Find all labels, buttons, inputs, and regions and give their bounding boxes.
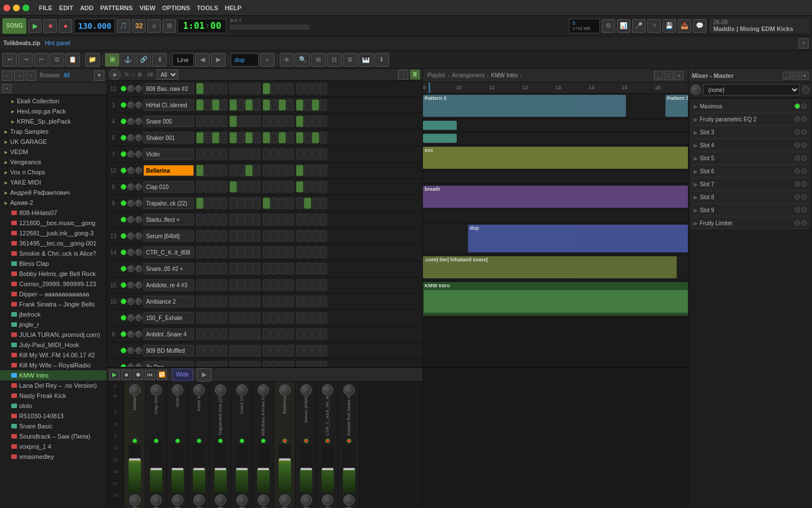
step-btn[interactable]: [304, 345, 311, 356]
step-btn[interactable]: [220, 230, 227, 242]
step-btn[interactable]: [212, 214, 219, 225]
playlist-timeline[interactable]: 910111213141516: [423, 82, 688, 94]
step-btn[interactable]: [253, 296, 261, 307]
step-btn[interactable]: [245, 214, 253, 225]
grid-icon[interactable]: ⊟: [327, 53, 342, 67]
piano-icon[interactable]: 🎹: [359, 53, 373, 67]
seq-pan-knob[interactable]: [135, 233, 142, 239]
playlist-track[interactable]: [423, 133, 688, 145]
step-btn[interactable]: [271, 181, 278, 192]
seq-pan-knob[interactable]: [135, 298, 142, 305]
step-btn[interactable]: [237, 230, 245, 242]
bm-skip-back[interactable]: ⏮: [145, 370, 155, 380]
step-btn[interactable]: [212, 99, 219, 111]
slot-toggle[interactable]: [801, 155, 807, 161]
browser-file[interactable]: Kill My Wife – RoyalRadio: [0, 360, 107, 370]
step-btn[interactable]: [253, 279, 261, 291]
step-btn[interactable]: [296, 99, 303, 111]
step-btn[interactable]: [312, 263, 319, 274]
step-btn[interactable]: [230, 99, 237, 111]
slot-toggle[interactable]: [801, 116, 807, 122]
step-btn[interactable]: [286, 83, 294, 94]
step-btn[interactable]: [304, 279, 311, 291]
step-btn[interactable]: [279, 263, 286, 274]
step-btn[interactable]: [263, 312, 270, 323]
menu-item-add[interactable]: ADD: [77, 3, 96, 12]
step-btn[interactable]: [271, 99, 278, 111]
bm-channel[interactable]: Insert 8: [188, 382, 210, 508]
metronome-icon[interactable]: 🎵: [117, 19, 130, 33]
step-btn[interactable]: [304, 148, 311, 160]
step-btn[interactable]: [263, 230, 270, 242]
step-btn[interactable]: [263, 361, 270, 367]
browser-file[interactable]: 121800__bos.music__gong: [0, 218, 107, 228]
slot-toggle[interactable]: [801, 181, 807, 187]
bm-channel[interactable]: Master: [124, 382, 145, 508]
step-btn[interactable]: [212, 83, 219, 94]
seq-ch-name[interactable]: Violin: [143, 148, 194, 160]
cpu-icon[interactable]: 📊: [617, 19, 630, 33]
step-btn[interactable]: [204, 148, 211, 160]
step-btn[interactable]: [230, 279, 237, 291]
step-btn[interactable]: [304, 198, 311, 209]
step-btn[interactable]: [312, 230, 319, 242]
step-btn[interactable]: [263, 165, 270, 176]
mixer-slot[interactable]: ▶ Slot 6: [691, 165, 810, 177]
step-btn[interactable]: [320, 99, 327, 111]
pl-minimize[interactable]: _: [654, 71, 663, 80]
step-btn[interactable]: [304, 99, 311, 111]
seq-active-dot[interactable]: [121, 217, 126, 222]
playlist-block[interactable]: dop: [468, 225, 688, 252]
step-btn[interactable]: [296, 230, 303, 242]
bm-channel[interactable]: 808 Bass A Kraw #2: [253, 382, 274, 508]
bm-play[interactable]: ▶: [109, 370, 120, 380]
browser-file[interactable]: July-Paul_MIDI_Hook: [0, 340, 107, 350]
bm-fader-handle[interactable]: [236, 468, 248, 470]
step-btn[interactable]: [312, 329, 319, 340]
bm-channel[interactable]: Bellarina: [274, 382, 295, 508]
step-btn[interactable]: [253, 230, 261, 242]
step-btn[interactable]: [220, 263, 227, 274]
mixer-close-btn[interactable]: ×: [801, 72, 809, 80]
browser-file[interactable]: KMW Intro: [0, 370, 107, 380]
step-btn[interactable]: [312, 345, 319, 356]
seq-active-dot[interactable]: [121, 233, 126, 239]
slot-toggle[interactable]: [801, 194, 807, 200]
step-btn[interactable]: [312, 312, 319, 323]
step-btn[interactable]: [320, 214, 327, 225]
menu-item-tools[interactable]: TOOLS: [194, 3, 221, 12]
step-btn[interactable]: [286, 312, 294, 323]
step-btn[interactable]: [286, 148, 294, 160]
record-button[interactable]: ●: [59, 19, 72, 33]
pl-restore[interactable]: □: [664, 71, 673, 80]
step-btn[interactable]: [245, 116, 253, 127]
step-btn[interactable]: [296, 279, 303, 291]
playlist-track[interactable]: xxx: [423, 146, 688, 171]
step-btn[interactable]: [263, 329, 270, 340]
step-btn[interactable]: [320, 312, 327, 323]
step-btn[interactable]: [196, 296, 204, 307]
bm-channel[interactable]: Serum [64bit]: [295, 382, 317, 508]
bm-send-knob[interactable]: [258, 494, 269, 506]
bm-eq-knob[interactable]: [343, 384, 355, 396]
bm-eq-knob[interactable]: [215, 384, 226, 396]
slot-enable[interactable]: [795, 194, 800, 200]
bm-fader-handle[interactable]: [279, 458, 290, 461]
step-btn[interactable]: [304, 214, 311, 225]
magnet-icon[interactable]: ⚓: [121, 53, 135, 67]
seq-active-dot[interactable]: [121, 315, 126, 321]
step-btn[interactable]: [212, 329, 219, 340]
mixer-slot[interactable]: ▶ Fruity Limiter: [691, 217, 810, 229]
step-btn[interactable]: [220, 99, 227, 111]
step-btn[interactable]: [253, 132, 261, 143]
step-btn[interactable]: [212, 116, 219, 127]
step-btn[interactable]: [312, 214, 319, 225]
step-btn[interactable]: [245, 148, 253, 160]
step-btn[interactable]: [237, 181, 245, 192]
step-btn[interactable]: [253, 345, 261, 356]
seq-play[interactable]: ▶: [109, 69, 121, 80]
bm-fader-handle[interactable]: [258, 468, 269, 470]
playlist-block[interactable]: breath: [423, 186, 688, 208]
mixer-slot[interactable]: ▶ Slot 7: [691, 178, 810, 190]
seq-ch-name[interactable]: 3x Osc: [143, 361, 194, 367]
